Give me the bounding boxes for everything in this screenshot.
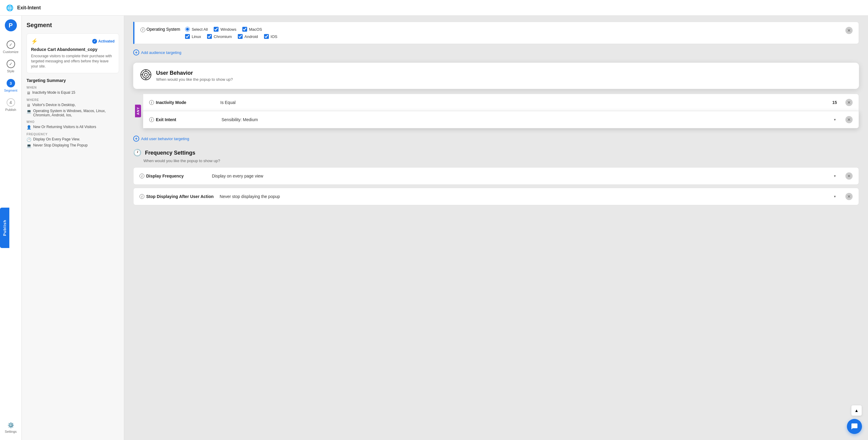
os-ios-option[interactable]: IOS xyxy=(264,34,277,39)
who-item-text: New Or Returning Visitors is All Visitor… xyxy=(33,125,96,129)
exit-intent-label-text: Exit Intent xyxy=(156,117,176,122)
freq-header-icon: 🕐 xyxy=(133,149,141,157)
os-close-button[interactable]: ✕ xyxy=(845,27,852,34)
chat-button[interactable] xyxy=(847,419,862,434)
display-freq-dropdown[interactable]: Display on every page view ▾ xyxy=(211,174,837,179)
display-freq-close-button[interactable]: ✕ xyxy=(845,172,852,180)
display-freq-label-text: Display Frequency xyxy=(146,174,184,179)
where-item-0-icon: 🖥 xyxy=(27,103,30,107)
scroll-up-button[interactable]: ▲ xyxy=(851,405,862,416)
summary-when-item: 🖥 Inactivity Mode is Equal 15 xyxy=(27,90,119,95)
os-android-checkbox[interactable] xyxy=(238,34,243,39)
display-freq-label: i Display Frequency xyxy=(140,174,206,179)
content-area: i Operating System Select All Windows M xyxy=(124,16,868,214)
os-select-all-label: Select All xyxy=(192,27,208,32)
os-macos-label: MacOS xyxy=(249,27,262,32)
inactivity-value: Is Equal 15 xyxy=(220,100,837,105)
exit-intent-chevron-icon: ▾ xyxy=(834,118,836,122)
sidebar-item-publish[interactable]: 4 Publish xyxy=(0,95,22,115)
summary-where-item-1: 💻 Operating System is Windows, Macos, Li… xyxy=(27,109,119,117)
os-android-option[interactable]: Android xyxy=(238,34,258,39)
exit-intent-row: i Exit Intent Sensibility: Medium ▾ ✕ xyxy=(143,111,859,128)
os-options-wrapper: Select All Windows MacOS Linux xyxy=(185,27,841,39)
add-audience-label: Add audience targeting xyxy=(141,50,181,55)
summary-where-item-0: 🖥 Visitor's Device is Desktop, xyxy=(27,103,119,107)
main-content: i Operating System Select All Windows M xyxy=(124,0,868,440)
summary-who-item: 👤 New Or Returning Visitors is All Visit… xyxy=(27,125,119,130)
sidebar-item-segment[interactable]: 3 Segment xyxy=(0,76,22,95)
segment-card-name: Reduce Cart Abandonment_copy xyxy=(31,47,115,52)
stop-displaying-info-icon[interactable]: i xyxy=(140,194,144,199)
inactivity-close-button[interactable]: ✕ xyxy=(845,99,852,106)
freq-title: Frequency Settings xyxy=(145,150,195,156)
display-freq-chevron-icon: ▾ xyxy=(834,174,836,178)
exit-intent-info-icon[interactable]: i xyxy=(149,117,154,122)
freq-header: 🕐 Frequency Settings xyxy=(133,149,859,157)
targeting-summary: Targeting Summary WHEN 🖥 Inactivity Mode… xyxy=(27,78,119,148)
inactivity-info-icon[interactable]: i xyxy=(149,100,154,105)
customize-check-icon: ✓ xyxy=(7,40,15,49)
svg-point-2 xyxy=(144,73,147,76)
title-bar: 🌐 Exit-Intent xyxy=(0,0,868,16)
inactivity-label: i Inactivity Mode xyxy=(149,100,216,105)
who-label: WHO xyxy=(27,120,119,124)
any-label-wrapper: ANY xyxy=(133,94,143,128)
summary-freq-item-1: 💻 Never Stop Displaying The Popup xyxy=(27,143,119,148)
stop-displaying-label: i Stop Displaying After User Action xyxy=(140,194,214,199)
stop-displaying-close-button[interactable]: ✕ xyxy=(845,193,852,200)
segment-badge: 3 xyxy=(7,79,15,87)
sidebar-item-style[interactable]: ✓ Style xyxy=(0,57,22,76)
any-label: ANY xyxy=(135,104,141,117)
exit-intent-value: Sensibility: Medium ▾ xyxy=(220,117,837,122)
os-section-row: i Operating System Select All Windows M xyxy=(133,22,859,44)
when-item-text: Inactivity Mode is Equal 15 xyxy=(32,90,75,95)
os-chromium-checkbox[interactable] xyxy=(207,34,212,39)
os-macos-option[interactable]: MacOS xyxy=(242,27,262,32)
publish-button[interactable]: Publish xyxy=(0,208,9,248)
exit-intent-dropdown[interactable]: Sensibility: Medium ▾ xyxy=(220,117,837,122)
frequency-settings-section: 🕐 Frequency Settings When would you like… xyxy=(133,149,859,205)
summary-freq-item-0: 🕐 Display On Every Page View. xyxy=(27,137,119,142)
stop-displaying-value: Never stop displaying the popup ▾ xyxy=(218,194,837,199)
user-behavior-card: User Behavior When would you like the po… xyxy=(133,63,859,89)
os-macos-checkbox[interactable] xyxy=(242,27,247,32)
os-windows-checkbox[interactable] xyxy=(214,27,218,32)
exit-intent-close-button[interactable]: ✕ xyxy=(845,116,852,123)
os-linux-option[interactable]: Linux xyxy=(185,34,201,39)
os-ios-label: IOS xyxy=(271,34,277,39)
add-audience-targeting-link[interactable]: + Add audience targeting xyxy=(133,47,859,58)
os-select-all-radio[interactable] xyxy=(185,27,190,32)
exit-intent-value-text: Sensibility: Medium xyxy=(221,117,258,122)
os-ios-checkbox[interactable] xyxy=(264,34,269,39)
settings-icon: ⚙️ xyxy=(7,422,14,429)
when-item-icon: 🖥 xyxy=(27,91,30,95)
os-linux-checkbox[interactable] xyxy=(185,34,190,39)
os-chromium-option[interactable]: Chromium xyxy=(207,34,232,39)
app-logo[interactable]: P xyxy=(5,19,17,31)
stop-displaying-label-text: Stop Displaying After User Action xyxy=(146,194,214,199)
os-label-text: Operating System xyxy=(147,27,180,32)
sidebar-item-settings[interactable]: ⚙️ Settings xyxy=(0,419,22,436)
user-behavior-title: User Behavior xyxy=(156,70,233,76)
os-section-label: i Operating System xyxy=(141,27,180,32)
display-freq-info-icon[interactable]: i xyxy=(140,174,144,179)
user-behavior-icon xyxy=(141,69,151,82)
stop-displaying-dropdown[interactable]: Never stop displaying the popup ▾ xyxy=(218,194,837,199)
freq-item-1-icon: 💻 xyxy=(27,144,31,148)
scroll-up-icon: ▲ xyxy=(855,408,859,413)
display-freq-value-text: Display on every page view xyxy=(212,174,263,179)
add-behavior-targeting-link[interactable]: + Add user behavior targeting xyxy=(133,133,859,144)
stop-displaying-chevron-icon: ▾ xyxy=(834,194,836,198)
os-windows-option[interactable]: Windows xyxy=(214,27,236,32)
add-behavior-plus-icon: + xyxy=(133,136,139,142)
freq-item-0-text: Display On Every Page View. xyxy=(33,137,80,142)
segment-panel-title: Segment xyxy=(27,22,119,29)
sidebar-item-customize[interactable]: ✓ Customize xyxy=(0,37,22,57)
os-checkboxes: Select All Windows MacOS xyxy=(185,27,841,32)
stop-displaying-value-text: Never stop displaying the popup xyxy=(220,194,280,199)
os-select-all-option[interactable]: Select All xyxy=(185,27,208,32)
segment-panel: Segment ⚡ ✓ Activated Reduce Cart Abando… xyxy=(22,0,124,440)
segment-label: Segment xyxy=(4,89,17,92)
os-info-icon[interactable]: i xyxy=(141,27,145,32)
where-item-1-icon: 💻 xyxy=(27,109,31,114)
